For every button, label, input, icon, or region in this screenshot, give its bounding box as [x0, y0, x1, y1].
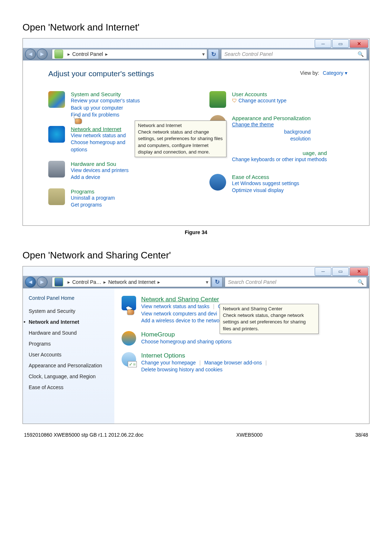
internet-options-icon: [122, 352, 136, 367]
chevron-down-icon[interactable]: ▾: [202, 279, 208, 285]
search-placeholder: Search Control Panel: [224, 51, 273, 57]
tooltip-title: Network and Internet: [138, 122, 223, 129]
link-view-status[interactable]: View network status and tasks: [141, 303, 209, 309]
link-resolution[interactable]: esolution: [232, 135, 311, 143]
item-homegroup[interactable]: HomeGroup: [141, 331, 232, 338]
user-accounts-icon: [209, 91, 226, 108]
breadcrumb[interactable]: ▸ Control Pa… ▸ Network and Internet ▸ ▾: [52, 277, 211, 287]
item-network-sharing-center[interactable]: Network and Sharing Center: [141, 296, 266, 303]
section-heading-2: Open 'Network and Sharing Center': [23, 250, 369, 261]
item-internet-options[interactable]: Internet Options: [141, 352, 269, 359]
sidebar-item-appearance[interactable]: Appearance and Personalization: [29, 363, 109, 368]
minimize-button[interactable]: ─: [315, 39, 331, 48]
chevron-right-icon: ▸: [103, 279, 106, 285]
nav-back-button[interactable]: ◄: [25, 277, 36, 287]
view-by: View by: Category ▾: [300, 70, 347, 76]
refresh-button[interactable]: ↻: [208, 49, 219, 59]
search-input[interactable]: Search Control Panel 🔍: [225, 277, 367, 287]
link-change-account[interactable]: 🛡 Change account type: [232, 97, 286, 105]
nav-forward-button[interactable]: ►: [37, 277, 48, 287]
chevron-right-icon: ▸: [68, 279, 70, 285]
control-panel-icon: [54, 50, 63, 58]
figure-caption: Figure 34: [23, 229, 369, 235]
sidebar-item-network[interactable]: Network and Internet: [29, 319, 109, 325]
tooltip-body: Check network status and change settings…: [138, 129, 223, 155]
chevron-down-icon[interactable]: ▾: [199, 51, 205, 57]
window-network-internet: ─ ▭ ✕ ◄ ► ▸ Control Pa… ▸ Network and In…: [23, 266, 369, 424]
category-programs[interactable]: Programs: [71, 188, 115, 195]
page-footer: 1592010860 XWEB5000 stp GB r1.1 2012.06.…: [23, 432, 369, 438]
sidebar: Control Panel Home System and Security N…: [23, 289, 114, 424]
category-network-internet[interactable]: Network and Internet: [71, 126, 126, 132]
search-icon: 🔍: [358, 51, 364, 57]
nav-bar: ◄ ► ▸ Control Panel ▸ ▾ ↻ Search Control…: [23, 48, 369, 60]
link-homegroup[interactable]: Choose homegroup and: [71, 139, 126, 146]
sidebar-item-ease[interactable]: Ease of Access: [29, 384, 109, 390]
tooltip: Network and Internet Check network statu…: [135, 121, 226, 157]
nav-bar: ◄ ► ▸ Control Pa… ▸ Network and Internet…: [23, 276, 369, 288]
link-fix-problems[interactable]: Find and fix problems: [71, 111, 140, 119]
nav-forward-button[interactable]: ►: [37, 49, 48, 60]
sidebar-item-programs[interactable]: Programs: [29, 341, 109, 347]
link-network-status[interactable]: View network status and: [71, 132, 126, 139]
chevron-right-icon: ▸: [158, 279, 160, 285]
sidebar-home[interactable]: Control Panel Home: [29, 295, 109, 301]
titlebar: ─ ▭ ✕: [23, 38, 369, 48]
maximize-button[interactable]: ▭: [332, 39, 349, 48]
link-suggest-settings[interactable]: Let Windows suggest settings: [232, 180, 299, 187]
link-backup[interactable]: Back up your computer: [71, 105, 140, 112]
search-icon: 🔍: [358, 279, 364, 285]
search-input[interactable]: Search Control Panel 🔍: [221, 49, 367, 59]
link-review-status[interactable]: Review your computer's status: [71, 97, 140, 105]
sidebar-item-system[interactable]: System and Security: [29, 308, 109, 314]
category-appearance[interactable]: Appearance and Personalization: [232, 115, 311, 121]
close-button[interactable]: ✕: [350, 267, 368, 276]
sidebar-item-hardware[interactable]: Hardware and Sound: [29, 330, 109, 336]
network-sharing-icon: [122, 296, 136, 310]
content-area: Control Panel Home System and Security N…: [23, 288, 369, 424]
category-hardware-sound[interactable]: Hardware and Sou: [71, 161, 128, 167]
network-internet-icon: [48, 126, 65, 143]
section-heading-1: Open 'Network and Internet': [23, 22, 369, 33]
link-browser-addons[interactable]: Manage browser add-ons: [204, 360, 262, 366]
link-homegroup-options[interactable]: Choose homegroup and sharing options: [141, 338, 232, 346]
breadcrumb-1: Control Pa…: [72, 279, 101, 285]
breadcrumb-2: Network and Internet: [108, 279, 155, 285]
link-devices-printers[interactable]: View devices and printers: [71, 167, 128, 174]
link-delete-history[interactable]: Delete browsing history and cookies: [141, 366, 269, 374]
link-options[interactable]: options: [71, 146, 126, 154]
link-add-device[interactable]: Add a device: [71, 174, 128, 181]
close-button[interactable]: ✕: [350, 39, 368, 48]
footer-title: XWEB5000: [236, 432, 262, 438]
category-clock-lang[interactable]: uage, and: [232, 150, 327, 156]
category-user-accounts[interactable]: User Accounts: [232, 91, 286, 97]
breadcrumb[interactable]: ▸ Control Panel ▸ ▾: [52, 49, 207, 59]
category-system-security[interactable]: System and Security: [71, 91, 140, 97]
link-change-theme[interactable]: Change the theme: [232, 121, 311, 128]
sidebar-item-clock[interactable]: Clock, Language, and Region: [29, 374, 109, 379]
link-optimize-visual[interactable]: Optimize visual display: [232, 187, 299, 194]
link-background[interactable]: background: [232, 128, 311, 136]
link-view-computers[interactable]: View network computers and devi: [141, 311, 217, 317]
view-by-dropdown[interactable]: Category ▾: [323, 70, 347, 76]
chevron-right-icon: ▸: [68, 51, 70, 57]
programs-icon: [48, 188, 65, 205]
tooltip: Network and Sharing Center Check network…: [220, 304, 319, 334]
hardware-sound-icon: [48, 161, 65, 177]
footer-page: 38/48: [355, 432, 368, 438]
maximize-button[interactable]: ▭: [332, 267, 349, 276]
footer-filename: 1592010860 XWEB5000 stp GB r1.1 2012.06.…: [24, 432, 143, 438]
nav-back-button[interactable]: ◄: [25, 49, 36, 60]
link-keyboards[interactable]: Change keyboards or other input methods: [232, 156, 327, 163]
link-add-wireless[interactable]: Add a wireless device to the netwo: [141, 318, 220, 323]
link-get-programs[interactable]: Get programs: [71, 201, 115, 209]
link-change-homepage[interactable]: Change your homepage: [141, 360, 196, 366]
link-uninstall[interactable]: Uninstall a program: [71, 195, 115, 202]
ease-access-icon: [209, 174, 226, 191]
minimize-button[interactable]: ─: [315, 267, 331, 276]
homegroup-icon: [122, 331, 136, 346]
refresh-button[interactable]: ↻: [212, 277, 222, 287]
sidebar-item-user-accounts[interactable]: User Accounts: [29, 352, 109, 358]
chevron-right-icon: ▸: [105, 51, 108, 57]
category-ease-access[interactable]: Ease of Access: [232, 174, 299, 180]
